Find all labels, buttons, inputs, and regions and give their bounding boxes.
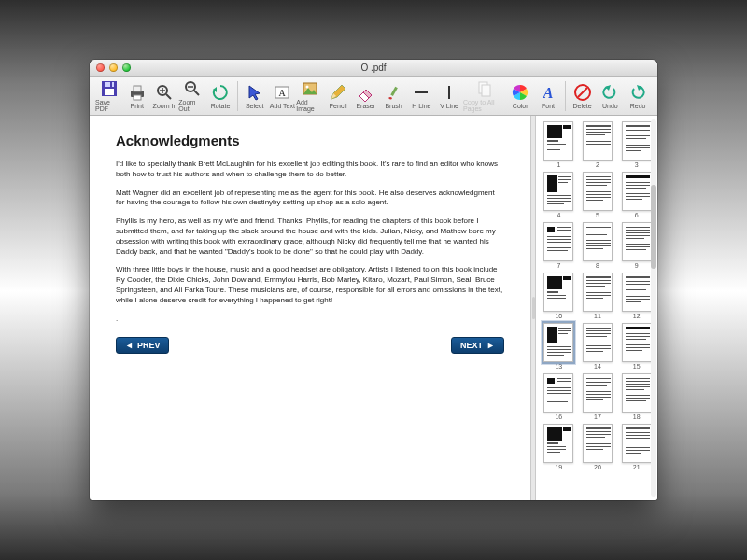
label: Brush <box>385 103 402 109</box>
thumbnail-page[interactable] <box>622 373 652 413</box>
copy-pages-icon <box>475 79 494 98</box>
thumbnail-number: 11 <box>594 313 601 319</box>
label: Delete <box>572 103 591 109</box>
delete-button[interactable]: Delete <box>569 77 597 115</box>
thumbnail-cell[interactable]: 14 <box>581 323 615 370</box>
svg-rect-3 <box>110 82 112 87</box>
thumbnail-page[interactable] <box>583 222 613 261</box>
paragraph: Phyllis is my hero, as well as my wife a… <box>116 217 504 257</box>
select-button[interactable]: Select <box>241 77 269 115</box>
zoom-in-button[interactable]: Zoom In <box>151 77 179 115</box>
hline-icon <box>412 83 430 102</box>
color-wheel-icon <box>511 83 529 102</box>
thumbnail-cell[interactable]: 3 <box>619 121 654 168</box>
label: Pencil <box>329 103 346 109</box>
svg-marker-15 <box>249 86 260 100</box>
thumbnail-cell[interactable]: 18 <box>619 373 654 420</box>
thumbnail-page[interactable] <box>543 373 573 413</box>
thumbnail-scrollbar[interactable] <box>651 119 656 497</box>
thumbnail-number: 16 <box>555 413 562 420</box>
thumbnail-cell[interactable]: 17 <box>581 373 615 420</box>
thumbnail-cell[interactable]: 8 <box>581 222 615 269</box>
pencil-button[interactable]: Pencil <box>324 77 352 115</box>
thumbnail-page[interactable] <box>583 172 613 211</box>
thumbnail-page[interactable] <box>622 172 652 211</box>
scrollbar-handle[interactable] <box>651 185 656 269</box>
svg-rect-25 <box>390 86 398 95</box>
thumbnail-page[interactable] <box>583 121 613 161</box>
separator <box>237 81 238 111</box>
thumbnail-page[interactable] <box>543 323 573 362</box>
print-button[interactable]: Print <box>123 77 151 115</box>
thumbnail-cell[interactable]: 13 <box>542 323 576 370</box>
close-window-button[interactable] <box>96 63 105 72</box>
thumbnail-cell[interactable]: 9 <box>619 222 654 269</box>
rotate-button[interactable]: Rotate <box>206 77 234 115</box>
thumbnail-cell[interactable]: 6 <box>619 172 654 218</box>
add-image-button[interactable]: Add Image <box>296 77 324 115</box>
brush-button[interactable]: Brush <box>380 77 408 115</box>
thumbnail-page[interactable] <box>583 323 613 362</box>
undo-icon <box>600 83 619 102</box>
hline-button[interactable]: H Line <box>407 77 435 115</box>
thumbnail-number: 2 <box>596 161 599 168</box>
save-pdf-button[interactable]: Save PDF <box>95 77 123 115</box>
thumbnail-page[interactable] <box>622 222 652 261</box>
thumbnail-cell[interactable]: 10 <box>542 273 576 319</box>
svg-rect-5 <box>134 86 141 91</box>
thumbnail-grid: 123456789101112131415161718192021 <box>542 121 654 470</box>
next-button[interactable]: NEXT ► <box>451 337 504 354</box>
content-area: Acknowledgments I'd like to specially th… <box>90 116 657 500</box>
minimize-window-button[interactable] <box>109 63 118 72</box>
add-text-button[interactable]: A Add Text <box>269 77 297 115</box>
svg-line-12 <box>194 91 199 95</box>
thumbnail-cell[interactable]: 19 <box>542 424 576 470</box>
zoom-window-button[interactable] <box>122 63 131 72</box>
vline-button[interactable]: V Line <box>435 77 463 115</box>
thumbnail-cell[interactable]: 2 <box>581 121 615 168</box>
arrow-left-icon: ◄ <box>125 341 134 350</box>
delete-icon <box>573 83 592 102</box>
page-view[interactable]: Acknowledgments I'd like to specially th… <box>90 116 530 500</box>
thumbnail-cell[interactable]: 5 <box>581 172 615 218</box>
thumbnail-cell[interactable]: 7 <box>542 222 576 269</box>
thumbnail-cell[interactable]: 12 <box>619 273 654 319</box>
thumbnail-cell[interactable]: 1 <box>542 121 576 168</box>
thumbnail-page[interactable] <box>543 222 573 261</box>
vline-icon <box>440 83 458 102</box>
zoom-out-button[interactable]: Zoom Out <box>178 77 206 115</box>
thumbnail-panel: 123456789101112131415161718192021 <box>536 116 657 500</box>
thumbnail-page[interactable] <box>543 121 573 161</box>
thumbnail-page[interactable] <box>543 172 573 211</box>
undo-button[interactable]: Undo <box>596 77 624 115</box>
label: H Line <box>412 103 430 109</box>
redo-button[interactable]: Redo <box>624 77 652 115</box>
text-icon: A <box>273 83 291 102</box>
thumbnail-page[interactable] <box>622 121 652 161</box>
thumbnail-page[interactable] <box>583 273 613 312</box>
prev-button[interactable]: ◄ PREV <box>116 337 169 354</box>
thumbnail-cell[interactable]: 21 <box>619 424 654 470</box>
thumbnail-page[interactable] <box>622 273 652 312</box>
eraser-button[interactable]: Eraser <box>352 77 380 115</box>
thumbnail-page[interactable] <box>583 424 613 463</box>
thumbnail-cell[interactable]: 11 <box>581 273 615 319</box>
thumbnail-number: 4 <box>557 212 560 218</box>
thumbnail-page[interactable] <box>622 424 652 463</box>
page-heading: Acknowledgments <box>116 133 504 148</box>
thumbnail-cell[interactable]: 16 <box>542 373 576 420</box>
color-button[interactable]: Color <box>506 77 534 115</box>
thumbnail-cell[interactable]: 15 <box>619 323 654 370</box>
copy-all-pages-button[interactable]: Copy to All Pages <box>463 77 506 115</box>
thumbnail-page[interactable] <box>622 323 652 362</box>
thumbnail-cell[interactable]: 20 <box>581 424 615 470</box>
thumbnail-page[interactable] <box>543 424 573 463</box>
thumbnail-number: 14 <box>594 363 601 370</box>
thumbnail-cell[interactable]: 4 <box>542 172 576 218</box>
font-button[interactable]: A Font <box>534 77 562 115</box>
label: Font <box>542 103 555 109</box>
thumbnail-page[interactable] <box>583 373 613 413</box>
toolbar: Save PDF Print Zoom In Zoom Out Rotate <box>90 77 657 116</box>
thumbnail-page[interactable] <box>543 273 573 312</box>
paragraph: Matt Wagner did an excellent job of repr… <box>116 189 504 209</box>
